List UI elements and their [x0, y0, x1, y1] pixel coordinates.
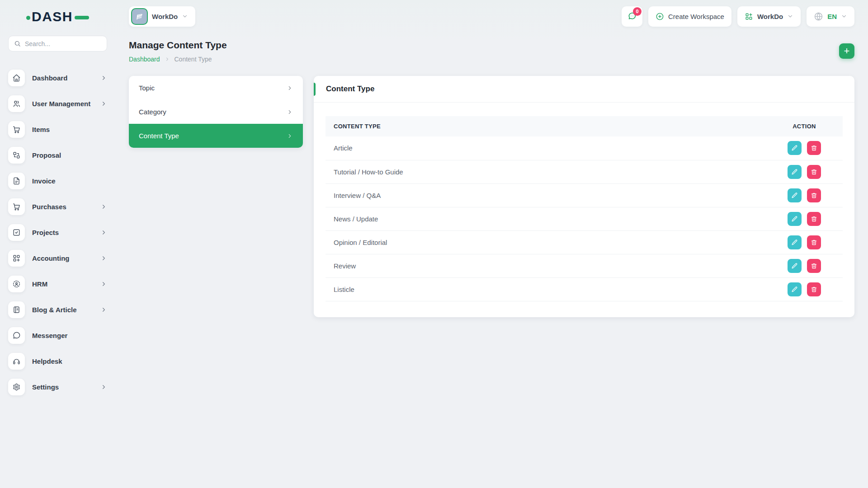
content-type-name: Listicle: [326, 277, 766, 301]
edit-button[interactable]: [788, 188, 802, 202]
sidebar-item-accounting[interactable]: Accounting: [8, 250, 107, 267]
grid-plus-icon: [745, 12, 753, 21]
breadcrumb-dashboard-link[interactable]: Dashboard: [129, 56, 160, 63]
language-button[interactable]: EN: [807, 6, 854, 27]
delete-button[interactable]: [807, 235, 821, 249]
sidebar-item-dashboard[interactable]: Dashboard: [8, 70, 107, 86]
main-area: WorkDo 0 Create Workspace WorkDo: [115, 0, 868, 488]
pencil-icon: [791, 145, 798, 151]
workspace-switcher[interactable]: WorkDo: [129, 6, 195, 27]
column-header-content-type: CONTENT TYPE: [326, 116, 766, 136]
sidebar-item-invoice[interactable]: Invoice: [8, 173, 107, 189]
sidebar-item-projects[interactable]: Projects: [8, 224, 107, 241]
chevron-right-icon: [287, 109, 293, 115]
gear-icon: [8, 379, 25, 395]
trash-icon: [811, 169, 817, 175]
sidebar-item-purchases[interactable]: Purchases: [8, 198, 107, 215]
panel-title: Content Type: [326, 84, 374, 94]
sidebar-item-helpdesk[interactable]: Helpdesk: [8, 353, 107, 370]
chevron-right-icon: [100, 306, 107, 313]
building-icon: [135, 12, 144, 21]
panel-body: CONTENT TYPE ACTION Article Tutorial / H…: [314, 103, 854, 315]
trash-icon: [811, 192, 817, 199]
add-content-type-button[interactable]: +: [839, 43, 854, 59]
delete-button[interactable]: [807, 259, 821, 273]
content-type-name: Opinion / Editorial: [326, 230, 766, 254]
sidebar-item-hrm[interactable]: HRM: [8, 276, 107, 292]
row-actions: [766, 230, 843, 254]
table-header-row: CONTENT TYPE ACTION: [326, 116, 843, 136]
chevron-right-icon: [100, 255, 107, 262]
table-row: Opinion / Editorial: [326, 230, 843, 254]
page-content: Manage Content Type Dashboard Content Ty…: [129, 40, 854, 317]
submenu-item-category[interactable]: Category: [129, 100, 303, 124]
content-type-name: News / Update: [326, 207, 766, 230]
workdo-label: WorkDo: [757, 13, 783, 20]
sidebar-item-settings[interactable]: Settings: [8, 379, 107, 395]
delete-button[interactable]: [807, 165, 821, 179]
chevron-right-icon: [287, 133, 293, 139]
cart-icon: [8, 198, 25, 215]
create-workspace-label: Create Workspace: [668, 13, 724, 20]
sidebar-item-proposal[interactable]: Proposal: [8, 147, 107, 164]
logo-text: DASH: [32, 9, 73, 24]
edit-button[interactable]: [788, 165, 802, 179]
search-input[interactable]: [25, 40, 101, 47]
pencil-icon: [791, 192, 798, 199]
article-icon: [8, 301, 25, 318]
workdo-apps-button[interactable]: WorkDo: [737, 6, 801, 27]
submenu-item-topic[interactable]: Topic: [129, 76, 303, 100]
brand-logo[interactable]: DASH: [8, 0, 107, 33]
table-row: Tutorial / How-to Guide: [326, 160, 843, 183]
trash-icon: [811, 145, 817, 151]
delete-button[interactable]: [807, 282, 821, 296]
user-scan-icon: [8, 276, 25, 292]
delete-button[interactable]: [807, 188, 821, 202]
search-icon: [14, 40, 21, 47]
sidebar-item-label: Proposal: [32, 151, 107, 159]
submenu-item-content-type[interactable]: Content Type: [129, 124, 303, 148]
home-icon: [8, 70, 25, 86]
content-type-name: Tutorial / How-to Guide: [326, 160, 766, 183]
edit-button[interactable]: [788, 141, 802, 155]
messages-button[interactable]: 0: [622, 6, 642, 27]
sidebar-item-label: Settings: [32, 383, 93, 391]
edit-button[interactable]: [788, 259, 802, 273]
topbar: WorkDo 0 Create Workspace WorkDo: [129, 0, 854, 33]
sidebar-item-blog-article[interactable]: Blog & Article: [8, 301, 107, 318]
content-type-name: Article: [326, 136, 766, 160]
search-box[interactable]: [8, 36, 107, 52]
create-workspace-button[interactable]: Create Workspace: [648, 6, 731, 27]
edit-button[interactable]: [788, 282, 802, 296]
sidebar-item-label: User Management: [32, 100, 93, 108]
row-actions: [766, 160, 843, 183]
sidebar-item-label: Projects: [32, 229, 93, 236]
transfer-icon: [8, 147, 25, 164]
delete-button[interactable]: [807, 141, 821, 155]
logo-dot-icon: [26, 16, 30, 20]
column-header-action: ACTION: [766, 116, 843, 136]
pencil-icon: [791, 169, 798, 175]
topbar-right: 0 Create Workspace WorkDo EN: [622, 6, 854, 27]
breadcrumb: Dashboard Content Type: [129, 56, 227, 63]
edit-button[interactable]: [788, 235, 802, 249]
page-title: Manage Content Type: [129, 40, 227, 51]
table-row: Review: [326, 254, 843, 277]
logo-dash-icon: [75, 16, 89, 19]
sidebar-item-label: Purchases: [32, 203, 93, 211]
sidebar-item-user-management[interactable]: User Management: [8, 95, 107, 112]
edit-button[interactable]: [788, 212, 802, 226]
sidebar-item-messenger[interactable]: Messenger: [8, 327, 107, 344]
submenu-card: Topic Category Content Type: [129, 76, 303, 148]
delete-button[interactable]: [807, 212, 821, 226]
chevron-right-icon: [100, 75, 107, 81]
table-row: News / Update: [326, 207, 843, 230]
pencil-icon: [791, 239, 798, 246]
chevron-right-icon: [100, 229, 107, 236]
sidebar-item-items[interactable]: Items: [8, 121, 107, 138]
row-actions: [766, 277, 843, 301]
sidebar: DASH Dashboard User Management Items: [0, 0, 115, 488]
row-actions: [766, 254, 843, 277]
workspace-avatar: [131, 8, 148, 25]
content-row: Topic Category Content Type: [129, 76, 854, 317]
